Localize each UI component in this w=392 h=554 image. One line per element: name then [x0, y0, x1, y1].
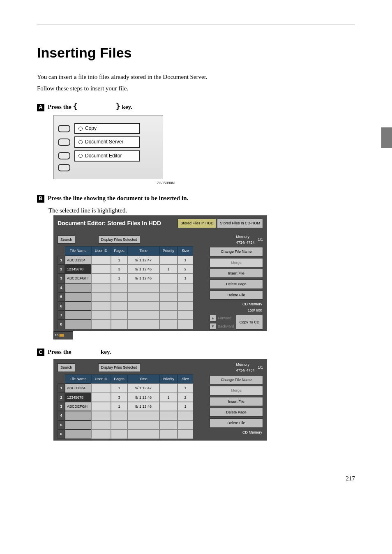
table-row[interactable]: 7	[58, 311, 193, 320]
table-row[interactable]: 4	[58, 411, 193, 420]
mode-document-editor: Document Editor	[74, 150, 140, 162]
change-file-name-button[interactable]: Change File Name	[210, 247, 263, 256]
step-1-suffix: key.	[122, 104, 132, 110]
memory-indicator: Memory4734/ 4734	[236, 234, 254, 246]
table-header: File Name User ID Pages Time Priority Si…	[58, 246, 193, 255]
step-2-text: Press the line showing the document to b…	[48, 193, 188, 203]
search-button[interactable]: Search	[58, 363, 75, 372]
merge-button[interactable]: Merge	[210, 386, 263, 395]
delete-page-button[interactable]: Delete Page	[210, 279, 263, 289]
document-editor-panel-partial: Search Display Files Selected Memory4734…	[53, 359, 267, 441]
insert-file-button[interactable]: Insert File	[210, 269, 263, 278]
cd-memory-indicator: CD Memory	[210, 429, 263, 435]
intro-line-1: You can insert a file into files already…	[37, 72, 355, 82]
backward-label: Backward	[218, 323, 234, 329]
page-title: Inserting Files	[37, 42, 355, 64]
panel-title: Document Editor: Stored Files In HDD	[58, 219, 161, 228]
step-3-prefix: Press the	[48, 349, 73, 355]
cd-memory-indicator: CD Memory150/ 600	[210, 301, 263, 313]
open-bracket-icon: {	[73, 102, 77, 111]
step-3: C Press the key.	[37, 347, 355, 357]
memory-indicator: Memory4734/ 4734	[236, 362, 254, 374]
table-row[interactable]: 3ABCDEFGH19/ 1 12:461	[58, 274, 193, 283]
table-row[interactable]: 8	[58, 320, 193, 329]
table-row[interactable]: 4	[58, 283, 193, 292]
mode-document-server: Document Server	[74, 136, 140, 148]
forward-label: Forward	[218, 315, 231, 321]
table-row[interactable]: 21234567839/ 1 12:4612	[58, 393, 193, 402]
merge-button[interactable]: Merge	[210, 258, 263, 267]
delete-page-button[interactable]: Delete Page	[210, 408, 263, 417]
display-selected-button[interactable]: Display Files Selected	[98, 235, 141, 244]
intro-line-2: Follow these steps to insert your file.	[37, 83, 355, 93]
step-number-icon: B	[37, 195, 44, 203]
hardware-button-icon	[58, 152, 70, 159]
table-row[interactable]: 6	[58, 302, 193, 311]
mode-key-illustration: Copy Document Server Document Editor	[53, 115, 163, 179]
search-button[interactable]: Search	[58, 235, 75, 244]
insert-file-button[interactable]: Insert File	[210, 397, 263, 406]
page-indicator: 1/1	[258, 237, 263, 242]
backward-arrow-icon[interactable]: ▼	[210, 323, 216, 330]
table-row[interactable]: 1ABCD123419/ 1 12:471	[58, 383, 193, 392]
table-header: File Name User ID Pages Time Priority Si…	[58, 374, 193, 383]
table-row[interactable]: 3ABCDEFGH19/ 1 12:461	[58, 402, 193, 411]
delete-file-button[interactable]: Delete File	[210, 291, 263, 300]
step-1-prefix: Press the	[48, 104, 73, 110]
page-number: 217	[37, 473, 355, 483]
step-number-icon: A	[37, 104, 44, 111]
step-2: B Press the line showing the document to…	[37, 193, 355, 203]
section-tab	[381, 127, 392, 148]
tab-stored-hdd[interactable]: Stored Files In HDD	[178, 219, 216, 228]
change-file-name-button[interactable]: Change File Name	[210, 375, 263, 384]
hardware-button-icon	[58, 138, 70, 146]
table-row[interactable]: 5	[58, 420, 193, 429]
table-row[interactable]: 6	[58, 429, 193, 439]
step-number-icon: C	[37, 349, 44, 356]
copy-to-cd-button[interactable]: Copy To CD	[236, 315, 263, 330]
hardware-button-icon	[58, 164, 70, 171]
status-tab: 10	[53, 331, 73, 339]
close-bracket-icon: }	[116, 102, 120, 111]
step-1: A Press the { } key.	[37, 101, 355, 113]
page-indicator: 1/1	[258, 365, 263, 370]
table-row[interactable]: 1ABCD123419/ 1 12:471	[58, 256, 193, 265]
mode-copy: Copy	[74, 123, 140, 134]
forward-arrow-icon[interactable]: ▲	[210, 315, 216, 321]
step-2-sub: The selected line is highlighted.	[48, 205, 355, 215]
illustration-caption: ZAJS090N	[53, 180, 175, 186]
hardware-button-icon	[58, 125, 70, 132]
step-3-suffix: key.	[101, 349, 111, 355]
display-selected-button[interactable]: Display Files Selected	[98, 363, 141, 372]
document-editor-panel: Document Editor: Stored Files In HDD Sto…	[53, 215, 267, 331]
delete-file-button[interactable]: Delete File	[210, 418, 263, 427]
table-row[interactable]: 5	[58, 292, 193, 301]
table-row[interactable]: 21234567839/ 1 12:4612	[58, 265, 193, 274]
tab-stored-cdrom[interactable]: Stored Files In CD-ROM	[217, 219, 263, 228]
